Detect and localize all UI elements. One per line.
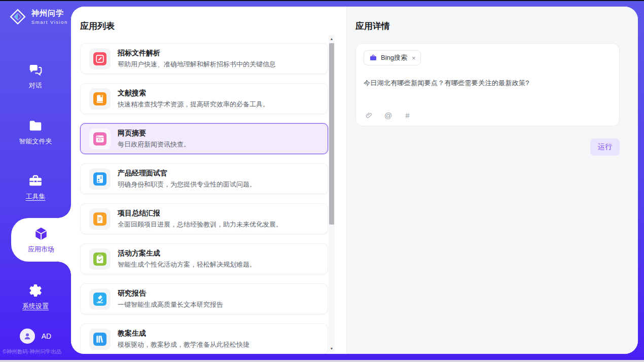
sidebar-item-label: 应用市场 <box>28 245 54 254</box>
app-card-description: 帮助用户快速、准确地理解和解析招标书中的关键信息 <box>118 60 276 69</box>
app-card-title: 研究报告 <box>118 289 223 298</box>
scrollbar[interactable]: ▲ ▼ <box>329 35 335 352</box>
scrollbar-up-arrow[interactable]: ▲ <box>329 35 335 42</box>
window-top-edge <box>0 0 644 1</box>
app-card[interactable]: 网页摘要 每日政府新闻资讯快查。 <box>80 123 328 154</box>
scrollbar-down-arrow[interactable]: ▼ <box>329 345 335 352</box>
research-icon <box>93 293 106 306</box>
folder-icon <box>28 118 43 133</box>
app-detail-title: 应用详情 <box>355 20 620 32</box>
prompt-input-card[interactable]: Bing搜索 × 今日湖北有哪些新闻要点？有哪些需要关注的最新政策? @# <box>355 43 620 126</box>
app-card-list: 招标文件解析 帮助用户快速、准确地理解和解析招标书中的关键信息 文献搜索 快速精… <box>80 43 328 354</box>
main-container: 应用列表 招标文件解析 帮助用户快速、准确地理解和解析招标书中的关键信息 文献搜… <box>71 7 638 354</box>
app-list-panel: 应用列表 招标文件解析 帮助用户快速、准确地理解和解析招标书中的关键信息 文献搜… <box>71 7 347 354</box>
app-card-title: 网页摘要 <box>118 129 190 138</box>
copyright-footer: ©神州数码·神州问学出品 <box>3 348 71 355</box>
toolbox-icon <box>28 173 43 189</box>
sidebar-item-chat[interactable]: 对话 <box>0 53 71 99</box>
run-row: 运行 <box>355 138 620 156</box>
plan-clipboard-icon <box>93 252 106 266</box>
app-card-title: 文献搜索 <box>118 89 269 98</box>
app-list-title: 应用列表 <box>80 20 346 32</box>
web-code-icon <box>93 132 106 146</box>
sidebar-item-label: 系统设置 <box>22 302 49 311</box>
briefcase-icon <box>369 54 377 62</box>
app-detail-panel: 应用详情 Bing搜索 × 今日湖北有哪些新闻要点？有哪些需要关注的最新政策? … <box>347 7 638 354</box>
app-card[interactable]: 产品经理面试官 明确身份和职责，为您提供专业性的面试问题。 <box>80 163 328 194</box>
tool-tag-label: Bing搜索 <box>381 53 407 62</box>
avatar <box>20 329 35 344</box>
app-card-description: 明确身份和职责，为您提供专业性的面试问题。 <box>118 180 256 189</box>
paperclip-icon[interactable] <box>365 111 373 120</box>
app-card-description: 智能生成个性化活动方案，轻松解决规划难题。 <box>118 260 256 269</box>
sidebar: 神州问学 Smart Vision 对话 智能文件夹 工具集 应用市场 系统设置… <box>0 0 71 362</box>
app-card[interactable]: 招标文件解析 帮助用户快速、准确地理解和解析招标书中的关键信息 <box>80 43 328 74</box>
app-card-title: 活动方案生成 <box>118 249 256 258</box>
chat-icon <box>28 62 43 78</box>
interviewer-icon <box>93 172 106 186</box>
user-account[interactable]: AD <box>0 329 71 344</box>
app-card-title: 产品经理面试官 <box>118 169 256 178</box>
app-card-description: 全面回顾项目进展，总结经验教训，助力未来优化发展。 <box>118 220 282 229</box>
book-icon <box>93 92 106 105</box>
user-name: AD <box>42 332 51 340</box>
logo-subtitle: Smart Vision <box>31 19 68 25</box>
app-card-description: 模板驱动，教案秒成，教学准备从此轻松快捷 <box>118 340 249 349</box>
app-card-title: 招标文件解析 <box>118 49 276 58</box>
app-card-title: 项目总结汇报 <box>118 209 282 218</box>
app-card-description: 快速精准查找学术资源，提高研究效率的必备工具。 <box>118 100 269 109</box>
app-card[interactable]: 教案生成 模板驱动，教案秒成，教学准备从此轻松快捷 <box>80 323 328 354</box>
app-card[interactable]: 项目总结汇报 全面回顾项目进展，总结经验教训，助力未来优化发展。 <box>80 203 328 234</box>
app-card[interactable]: 文献搜索 快速精准查找学术资源，提高研究效率的必备工具。 <box>80 83 328 114</box>
app-card[interactable]: 活动方案生成 智能生成个性化活动方案，轻松解决规划难题。 <box>80 243 328 274</box>
hash-icon[interactable]: # <box>403 111 412 120</box>
sidebar-item-label: 智能文件夹 <box>19 137 52 146</box>
sidebar-item-label: 工具集 <box>26 192 46 201</box>
app-logo: 神州问学 Smart Vision <box>8 7 68 26</box>
at-icon[interactable]: @ <box>384 111 392 120</box>
sidebar-item-folder[interactable]: 智能文件夹 <box>0 108 71 155</box>
bid-edit-icon <box>93 52 106 65</box>
sidebar-item-toolbox[interactable]: 工具集 <box>0 164 71 210</box>
window-bottom-edge <box>0 360 644 362</box>
prompt-toolbar: @# <box>365 111 412 120</box>
tool-tag-close-icon[interactable]: × <box>412 54 416 62</box>
person-icon <box>22 331 32 341</box>
scrollbar-thumb[interactable] <box>329 43 334 225</box>
logo-diamond-icon <box>8 7 27 26</box>
app-card-title: 教案生成 <box>118 329 249 338</box>
prompt-text[interactable]: 今日湖北有哪些新闻要点？有哪些需要关注的最新政策? <box>364 79 612 88</box>
sidebar-item-label: 对话 <box>29 81 42 90</box>
logo-title: 神州问学 <box>31 9 68 18</box>
gear-icon <box>28 283 43 298</box>
app-card[interactable]: 研究报告 一键智能生成高质量长文本研究报告 <box>80 283 328 314</box>
lesson-books-icon <box>93 333 106 346</box>
cube-icon <box>33 226 49 241</box>
app-card-description: 每日政府新闻资讯快查。 <box>118 140 190 149</box>
sidebar-item-cube[interactable]: 应用市场 <box>11 218 71 262</box>
run-button[interactable]: 运行 <box>590 138 620 156</box>
tool-tag-bing-search[interactable]: Bing搜索 × <box>364 50 421 65</box>
app-card-description: 一键智能生成高质量长文本研究报告 <box>118 300 223 309</box>
sidebar-item-gear[interactable]: 系统设置 <box>0 273 71 320</box>
report-doc-icon <box>93 212 106 226</box>
